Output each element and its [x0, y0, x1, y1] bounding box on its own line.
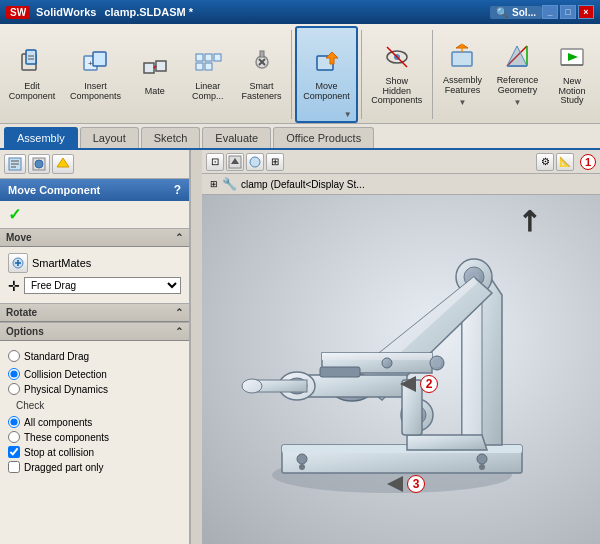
these-components-radio[interactable]	[8, 431, 20, 443]
assembly-features-btn[interactable]: AssemblyFeatures ▼	[436, 26, 489, 123]
options-section-collapse[interactable]: ⌃	[175, 326, 183, 337]
snap-btn[interactable]: 📐	[556, 153, 574, 171]
tab-evaluate[interactable]: Evaluate	[202, 127, 271, 148]
annotation-3-container: 3	[387, 475, 425, 493]
mate-btn[interactable]: Mate	[129, 26, 181, 123]
dragged-part-only-label: Dragged part only	[24, 462, 104, 473]
smartmates-icon-btn[interactable]	[8, 253, 28, 273]
edit-component-btn[interactable]: EditComponent	[2, 26, 62, 123]
standard-drag-radio[interactable]	[8, 350, 20, 362]
these-components-row: These components	[8, 431, 181, 443]
standard-drag-row: Standard Drag	[8, 350, 89, 362]
svg-line-23	[387, 47, 407, 67]
stop-at-collision-row: Stop at collision	[8, 446, 181, 458]
show-hidden-label: ShowHiddenComponents	[371, 77, 422, 107]
dragged-part-only-checkbox[interactable]	[8, 461, 20, 473]
svg-rect-74	[320, 367, 360, 377]
svg-rect-12	[214, 54, 221, 61]
display-style-btn[interactable]	[246, 153, 264, 171]
reference-geometry-label: ReferenceGeometry	[497, 76, 539, 96]
new-motion-study-btn[interactable]: NewMotionStudy	[546, 26, 598, 123]
config-manager-icon-btn[interactable]	[52, 154, 74, 174]
these-components-label: These components	[24, 432, 109, 443]
all-components-label: All components	[24, 417, 92, 428]
mate-label: Mate	[145, 87, 165, 97]
title-bar: SW SolidWorks clamp.SLDASM * 🔍 Sol... _ …	[0, 0, 600, 24]
content-toolbar: ⊡ ⊞ ⚙ 📐 1	[202, 150, 600, 174]
reference-geometry-btn[interactable]: ReferenceGeometry ▼	[490, 26, 545, 123]
smart-fasteners-label: SmartFasteners	[242, 82, 282, 102]
move-component-btn[interactable]: MoveComponent ▼	[295, 26, 357, 123]
svg-point-76	[433, 359, 441, 367]
stop-at-collision-checkbox[interactable]	[8, 446, 20, 458]
annotation-1: 1	[580, 154, 596, 170]
arrow-3-icon	[387, 476, 403, 492]
feature-help-btn[interactable]: ?	[174, 183, 181, 197]
linear-comp-btn[interactable]: LinearComp...	[182, 26, 234, 123]
svg-point-51	[477, 454, 487, 464]
smart-fasteners-btn[interactable]: SmartFasteners	[235, 26, 289, 123]
standard-drag-label: Standard Drag	[24, 351, 89, 362]
tab-office-products[interactable]: Office Products	[273, 127, 374, 148]
svg-rect-5	[93, 52, 106, 66]
annotation-1-container: 1	[576, 154, 596, 170]
hide-lines-btn[interactable]: ⊞	[266, 153, 284, 171]
right-panel: ⊡ ⊞ ⚙ 📐 1 ⊞ 🔧 clamp (Default<Display St.…	[202, 150, 600, 544]
view-settings-btn[interactable]: ⚙	[536, 153, 554, 171]
close-btn[interactable]: ×	[578, 5, 594, 19]
new-motion-study-label: NewMotionStudy	[558, 77, 585, 107]
toolbar-sep-2	[361, 30, 362, 119]
physical-dynamics-radio[interactable]	[8, 383, 20, 395]
move-section-collapse[interactable]: ⌃	[175, 232, 183, 243]
svg-rect-18	[260, 51, 264, 57]
dropdown-arrow: ▼	[344, 110, 352, 119]
physical-dynamics-row: Physical Dynamics	[8, 383, 181, 395]
view-orient-btn[interactable]	[226, 153, 244, 171]
svg-marker-67	[407, 435, 487, 450]
app-name: SolidWorks	[36, 6, 96, 18]
tree-expand-btn[interactable]: ⊞	[210, 179, 218, 189]
arrow-2-icon	[400, 376, 416, 392]
assembly-features-arrow: ▼	[458, 98, 466, 107]
toolbar-sep-3	[432, 30, 433, 119]
search-icon: 🔍	[496, 7, 508, 18]
svg-rect-1	[26, 50, 36, 64]
search-bar[interactable]: 🔍 Sol...	[490, 6, 542, 19]
smartmates-label: SmartMates	[32, 257, 91, 269]
window-controls: _ □ ×	[542, 5, 594, 19]
show-hidden-icon	[383, 43, 411, 75]
svg-rect-7	[144, 63, 154, 73]
zoom-fit-btn[interactable]: ⊡	[206, 153, 224, 171]
left-panel-scrollbar[interactable]	[190, 150, 202, 544]
rotate-section-collapse[interactable]: ⌃	[175, 307, 183, 318]
new-motion-study-icon	[558, 43, 586, 75]
svg-point-46	[250, 157, 260, 167]
options-section-content: Standard Drag Collision Detection Physic…	[0, 341, 189, 482]
collision-detection-radio[interactable]	[8, 368, 20, 380]
show-hidden-btn[interactable]: ShowHiddenComponents	[365, 26, 430, 123]
rotate-section-header: Rotate ⌃	[0, 303, 189, 322]
insert-components-btn[interactable]: + InsertComponents	[63, 26, 128, 123]
property-manager-icon-btn[interactable]	[28, 154, 50, 174]
rotate-section-label: Rotate	[6, 307, 37, 318]
all-components-radio[interactable]	[8, 416, 20, 428]
annotation-3: 3	[407, 475, 425, 493]
svg-rect-14	[205, 63, 212, 70]
maximize-btn[interactable]: □	[560, 5, 576, 19]
model-background: ↗ 2 3	[202, 195, 600, 544]
main-toolbar: EditComponent + InsertComponents Mate	[0, 24, 600, 124]
stop-at-collision-label: Stop at collision	[24, 447, 94, 458]
tab-layout[interactable]: Layout	[80, 127, 139, 148]
minimize-btn[interactable]: _	[542, 5, 558, 19]
move-type-select[interactable]: Free Drag Along Assembly XYZ Along Entit…	[24, 277, 181, 294]
svg-rect-13	[196, 63, 203, 70]
feature-tree-icon-btn[interactable]	[4, 154, 26, 174]
svg-marker-40	[57, 158, 69, 167]
tree-header: ⊞ 🔧 clamp (Default<Display St...	[202, 174, 600, 195]
tab-sketch[interactable]: Sketch	[141, 127, 201, 148]
accept-btn[interactable]: ✓	[0, 201, 189, 228]
insert-components-label: InsertComponents	[70, 82, 121, 102]
file-name: clamp.SLDASM *	[104, 6, 193, 18]
collision-detection-label: Collision Detection	[24, 369, 107, 380]
tab-assembly[interactable]: Assembly	[4, 127, 78, 148]
